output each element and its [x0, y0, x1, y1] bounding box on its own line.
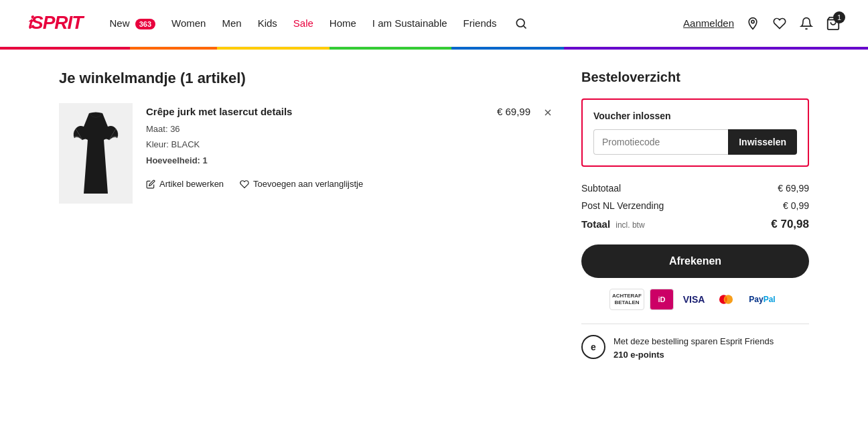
- points-text: Met deze bestelling sparen Esprit Friend…: [613, 335, 774, 361]
- product-image: [59, 103, 133, 204]
- cart-section: Je winkelmandje (1 artikel): [59, 70, 555, 361]
- product-quantity: Hoeveelheid: 1: [146, 153, 484, 168]
- edit-icon: [146, 180, 155, 189]
- payment-achteraf: ACHTERAFBETALEN: [609, 289, 644, 310]
- product-color: Kleur: BLACK: [146, 137, 484, 152]
- voucher-input-row: Inwisselen: [593, 129, 797, 155]
- summary-title: Besteloverzicht: [581, 70, 809, 85]
- site-logo[interactable]: 𝔦SPRIT: [27, 12, 82, 34]
- remove-item-button[interactable]: [541, 106, 555, 122]
- total-label: Totaal incl. btw: [581, 218, 645, 230]
- voucher-redeem-button[interactable]: Inwisselen: [728, 129, 797, 155]
- product-price-area: € 69,99: [497, 103, 555, 122]
- svg-point-0: [516, 19, 524, 27]
- payment-paypal: PayPal: [743, 289, 781, 310]
- nav-item-home[interactable]: Home: [330, 17, 356, 29]
- payment-mastercard: [714, 289, 738, 310]
- cart-icon[interactable]: 1: [825, 15, 841, 31]
- checkout-button[interactable]: Afrekenen: [581, 244, 809, 278]
- main-content: Je winkelmandje (1 artikel): [32, 50, 836, 381]
- cart-title: Je winkelmandje (1 artikel): [59, 70, 555, 87]
- close-icon: [542, 107, 553, 118]
- esprit-e-logo: e: [581, 335, 605, 359]
- subtotal-value: € 69,99: [778, 183, 809, 194]
- total-value: € 70,98: [771, 218, 809, 231]
- divider: [581, 324, 809, 324]
- wishlist-icon[interactable]: [772, 15, 788, 31]
- shipping-line: Post NL Verzending € 0,99: [581, 200, 809, 211]
- add-to-wishlist-button[interactable]: Toevoegen aan verlanglijstje: [240, 179, 363, 189]
- nav-item-kids[interactable]: Kids: [258, 17, 277, 29]
- voucher-input[interactable]: [593, 129, 728, 155]
- svg-line-1: [524, 25, 526, 28]
- nav-item-men[interactable]: Men: [222, 17, 241, 29]
- new-badge: 363: [135, 19, 155, 29]
- nav-item-friends[interactable]: Friends: [463, 17, 497, 29]
- order-summary: Besteloverzicht Voucher inlossen Inwisse…: [581, 70, 809, 361]
- esprit-points: e Met deze bestelling sparen Esprit Frie…: [581, 335, 809, 361]
- total-line: Totaal incl. btw € 70,98: [581, 218, 809, 231]
- login-link[interactable]: Aanmelden: [683, 17, 734, 29]
- voucher-box: Voucher inlossen Inwisselen: [581, 98, 809, 167]
- payment-methods: ACHTERAFBETALEN iD VISA PayPal: [581, 289, 809, 310]
- subtotal-label: Subtotaal: [581, 183, 621, 194]
- payment-ideal: iD: [650, 289, 674, 310]
- header-actions: Aanmelden 1: [683, 15, 841, 31]
- search-button[interactable]: [513, 15, 529, 31]
- payment-visa: VISA: [679, 289, 709, 310]
- shipping-label: Post NL Verzending: [581, 200, 664, 211]
- site-header: 𝔦SPRIT New 363 Women Men Kids Sale Home …: [0, 0, 868, 47]
- product-details: Crêpe jurk met lasercut details Maat: 36…: [146, 103, 484, 189]
- nav-item-new[interactable]: New 363: [109, 17, 155, 29]
- heart-icon: [240, 180, 249, 189]
- nav-item-women[interactable]: Women: [171, 17, 206, 29]
- subtotal-line: Subtotaal € 69,99: [581, 183, 809, 194]
- product-size: Maat: 36: [146, 121, 484, 137]
- voucher-label: Voucher inlossen: [593, 111, 797, 121]
- main-nav: New 363 Women Men Kids Sale Home I am Su…: [109, 15, 683, 31]
- product-meta: Maat: 36 Kleur: BLACK Hoeveelheid: 1: [146, 121, 484, 168]
- edit-item-button[interactable]: Artikel bewerken: [146, 179, 224, 189]
- shipping-value: € 0,99: [783, 200, 809, 211]
- product-actions: Artikel bewerken Toevoegen aan verlangli…: [146, 179, 484, 189]
- product-price: € 69,99: [497, 106, 530, 117]
- cart-item: Crêpe jurk met lasercut details Maat: 36…: [59, 103, 555, 217]
- points-amount: 210 e-points: [613, 350, 664, 360]
- product-name: Crêpe jurk met lasercut details: [146, 106, 484, 117]
- notifications-icon[interactable]: [798, 15, 814, 31]
- svg-point-2: [751, 20, 754, 23]
- location-icon[interactable]: [745, 15, 761, 31]
- cart-count: 1: [833, 11, 845, 23]
- nav-item-sustainable[interactable]: I am Sustainable: [372, 17, 447, 29]
- nav-item-sale[interactable]: Sale: [293, 17, 313, 29]
